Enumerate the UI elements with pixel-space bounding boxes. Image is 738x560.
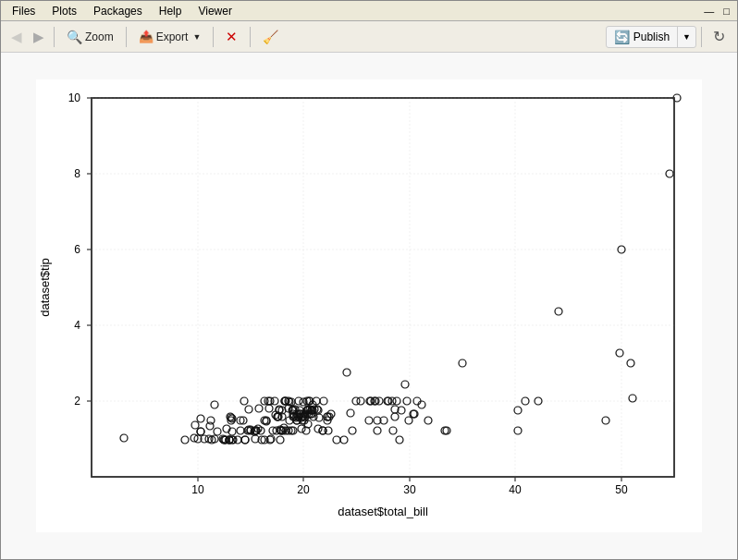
separator-4 <box>250 27 251 47</box>
plot-area: 2 4 6 8 10 10 20 30 <box>36 79 702 532</box>
menu-files[interactable]: Files <box>5 3 43 19</box>
publish-main-section[interactable]: 🔄 Publish <box>607 27 678 47</box>
clear-button[interactable]: ✕ <box>218 25 245 49</box>
svg-text:4: 4 <box>74 319 80 332</box>
publish-label: Publish <box>633 30 670 43</box>
refresh-button[interactable]: ↻ <box>707 24 732 49</box>
menu-packages[interactable]: Packages <box>86 3 150 19</box>
plot-container: 2 4 6 8 10 10 20 30 <box>1 53 737 559</box>
menu-viewer[interactable]: Viewer <box>191 3 239 19</box>
svg-rect-0 <box>92 98 674 477</box>
export-icon: 📤 <box>139 30 154 43</box>
window-minimize[interactable]: — <box>700 6 718 17</box>
svg-text:10: 10 <box>68 91 81 104</box>
publish-icon: 🔄 <box>614 30 630 44</box>
svg-text:8: 8 <box>74 167 80 180</box>
separator-3 <box>213 27 214 47</box>
y-axis-label: dataset$tip <box>38 258 52 317</box>
toolbar: ◀ ▶ 🔍 Zoom 📤 Export ▼ ✕ 🧹 🔄 <box>1 21 737 53</box>
clear-icon: ✕ <box>226 29 238 45</box>
scatter-plot: 2 4 6 8 10 10 20 30 <box>36 79 702 532</box>
separator-2 <box>126 27 127 47</box>
menu-help[interactable]: Help <box>152 3 190 19</box>
window-maximize[interactable]: □ <box>720 6 733 17</box>
zoom-button[interactable]: 🔍 Zoom <box>59 26 121 48</box>
nav-back-button[interactable]: ◀ <box>6 26 27 48</box>
separator-5 <box>701 27 702 47</box>
export-label: Export <box>156 30 189 43</box>
separator-1 <box>54 27 55 47</box>
export-dropdown-icon: ▼ <box>192 32 201 42</box>
svg-text:2: 2 <box>74 395 80 408</box>
svg-text:40: 40 <box>509 483 522 496</box>
menu-bar: Files Plots Packages Help Viewer — □ <box>1 1 737 21</box>
broom-button[interactable]: 🧹 <box>255 26 286 48</box>
zoom-label: Zoom <box>85 30 114 43</box>
publish-dropdown-icon: ▼ <box>683 32 691 42</box>
svg-text:10: 10 <box>191 483 204 496</box>
svg-text:30: 30 <box>403 483 416 496</box>
zoom-icon: 🔍 <box>67 30 82 44</box>
publish-button[interactable]: 🔄 Publish ▼ <box>606 26 696 48</box>
svg-text:50: 50 <box>615 483 628 496</box>
nav-forward-button[interactable]: ▶ <box>29 26 49 48</box>
svg-text:6: 6 <box>74 243 80 256</box>
x-axis-label: dataset$total_bill <box>338 505 428 518</box>
publish-dropdown-button[interactable]: ▼ <box>678 29 695 44</box>
svg-text:20: 20 <box>297 483 310 496</box>
export-button[interactable]: 📤 Export ▼ <box>131 26 209 47</box>
refresh-icon: ↻ <box>713 28 725 45</box>
main-window: Files Plots Packages Help Viewer — □ ◀ ▶… <box>0 0 738 560</box>
broom-icon: 🧹 <box>263 30 278 44</box>
menu-plots[interactable]: Plots <box>44 3 84 19</box>
